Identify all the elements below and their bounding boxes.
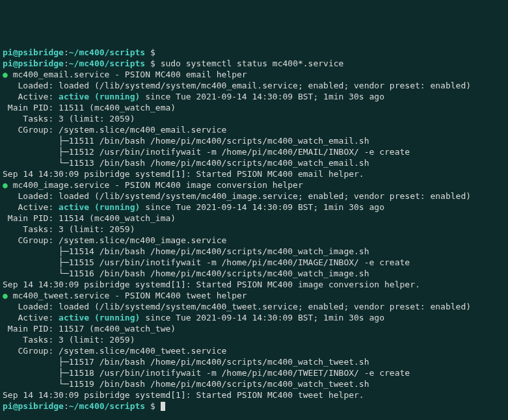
prompt-path: ~/mc400/scripts <box>69 401 145 411</box>
service-name: mc400_tweet.service - PSION MC400 tweet … <box>8 291 247 300</box>
process-line: ├─11514 /bin/bash /home/pi/mc400/scripts… <box>3 246 505 257</box>
status-dot-icon: ● <box>3 70 8 79</box>
prompt-user: pi@psibridge <box>3 59 64 68</box>
cursor-icon[interactable] <box>161 402 165 411</box>
prompt-user: pi@psibridge <box>3 401 64 411</box>
prompt-dollar: $ <box>145 59 160 68</box>
service-tasks: Tasks: 3 (limit: 2059) <box>3 334 505 345</box>
log-line: Sep 14 14:30:09 psibridge systemd[1]: St… <box>3 279 505 290</box>
process-line: ├─11511 /bin/bash /home/pi/mc400/scripts… <box>3 135 505 146</box>
service-header: ● mc400_email.service - PSION MC400 emai… <box>3 69 505 80</box>
active-label: Active: <box>3 313 59 322</box>
prompt-line-cmd[interactable]: pi@psibridge:~/mc400/scripts $ sudo syst… <box>3 58 505 69</box>
process-line: └─11519 /bin/bash /home/pi/mc400/scripts… <box>3 378 505 389</box>
active-status: active (running) <box>59 202 140 212</box>
service-header: ● mc400_image.service - PSION MC400 imag… <box>3 179 505 190</box>
active-since: since Tue 2021-09-14 14:30:09 BST; 1min … <box>140 202 384 212</box>
status-dot-icon: ● <box>3 180 8 190</box>
status-dot-icon: ● <box>3 291 8 300</box>
active-status: active (running) <box>59 313 140 322</box>
service-active: Active: active (running) since Tue 2021-… <box>3 312 505 323</box>
service-tasks: Tasks: 3 (limit: 2059) <box>3 224 505 235</box>
active-label: Active: <box>3 202 59 212</box>
prompt-sep: : <box>64 401 69 411</box>
service-header: ● mc400_tweet.service - PSION MC400 twee… <box>3 290 505 301</box>
service-name: mc400_image.service - PSION MC400 image … <box>8 180 303 190</box>
service-pid: Main PID: 11517 (mc400_watch_twe) <box>3 323 505 334</box>
prompt-sep: : <box>64 47 69 57</box>
service-loaded: Loaded: loaded (/lib/systemd/system/mc40… <box>3 301 505 312</box>
prompt-dollar: $ <box>145 47 160 57</box>
service-pid: Main PID: 11511 (mc400_watch_ema) <box>3 102 505 113</box>
service-cgroup: CGroup: /system.slice/mc400_tweet.servic… <box>3 345 505 356</box>
service-active: Active: active (running) since Tue 2021-… <box>3 91 505 102</box>
service-name: mc400_email.service - PSION MC400 email … <box>8 70 247 79</box>
process-line: └─11516 /bin/bash /home/pi/mc400/scripts… <box>3 268 505 279</box>
prompt-user: pi@psibridge <box>3 47 64 57</box>
active-label: Active: <box>3 92 59 101</box>
prompt-path: ~/mc400/scripts <box>69 47 145 57</box>
service-tasks: Tasks: 3 (limit: 2059) <box>3 113 505 124</box>
process-line: └─11513 /bin/bash /home/pi/mc400/scripts… <box>3 157 505 168</box>
service-cgroup: CGroup: /system.slice/mc400_email.servic… <box>3 124 505 135</box>
prompt-line-cursor[interactable]: pi@psibridge:~/mc400/scripts $ <box>3 400 505 412</box>
active-since: since Tue 2021-09-14 14:30:09 BST; 1min … <box>140 313 384 322</box>
log-line: Sep 14 14:30:09 psibridge systemd[1]: St… <box>3 168 505 179</box>
active-since: since Tue 2021-09-14 14:30:09 BST; 1min … <box>140 92 384 101</box>
service-cgroup: CGroup: /system.slice/mc400_image.servic… <box>3 235 505 246</box>
command-text: sudo systemctl status mc400*.service <box>161 59 344 68</box>
log-line: Sep 14 14:30:09 psibridge systemd[1]: St… <box>3 389 505 400</box>
active-status: active (running) <box>59 92 140 101</box>
service-pid: Main PID: 11514 (mc400_watch_ima) <box>3 213 505 224</box>
service-loaded: Loaded: loaded (/lib/systemd/system/mc40… <box>3 190 505 202</box>
service-loaded: Loaded: loaded (/lib/systemd/system/mc40… <box>3 80 505 91</box>
process-line: ├─11517 /bin/bash /home/pi/mc400/scripts… <box>3 356 505 367</box>
prompt-dollar: $ <box>145 401 160 411</box>
service-active: Active: active (running) since Tue 2021-… <box>3 202 505 213</box>
prompt-sep: : <box>64 59 69 68</box>
process-line: ├─11515 /usr/bin/inotifywait -m /home/pi… <box>3 257 505 268</box>
process-line: ├─11518 /usr/bin/inotifywait -m /home/pi… <box>3 367 505 378</box>
process-line: ├─11512 /usr/bin/inotifywait -m /home/pi… <box>3 146 505 157</box>
prompt-path: ~/mc400/scripts <box>69 59 145 68</box>
prompt-line-empty[interactable]: pi@psibridge:~/mc400/scripts $ <box>3 47 505 58</box>
